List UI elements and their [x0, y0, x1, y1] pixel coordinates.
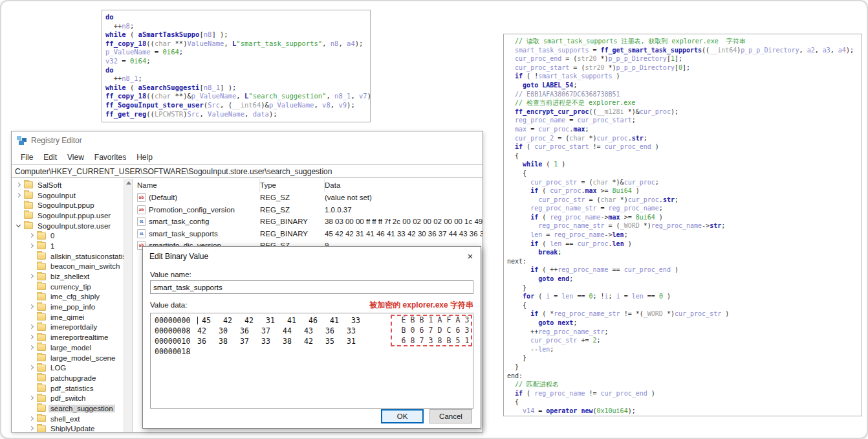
ascii-char[interactable]: 5 [453, 336, 462, 345]
hex-byte[interactable]: 42 [244, 316, 266, 325]
chevron-icon[interactable] [28, 374, 36, 382]
hex-byte[interactable]: 37 [261, 326, 283, 335]
hex-byte[interactable]: 31 [266, 316, 287, 325]
tree-item-pdf_statistics[interactable]: pdf_statistics [12, 383, 132, 394]
chevron-icon[interactable] [15, 222, 23, 230]
hex-byte[interactable]: 38 [283, 337, 304, 346]
ascii-char[interactable]: B [399, 326, 408, 335]
ascii-char[interactable]: 7 [426, 326, 435, 335]
chevron-icon[interactable] [28, 232, 36, 240]
chevron-icon[interactable] [28, 333, 36, 341]
hex-byte[interactable]: 30 [219, 326, 240, 335]
hex-byte[interactable]: 43 [304, 326, 325, 335]
menu-item-file[interactable]: File [16, 152, 38, 163]
hex-byte[interactable]: 33 [261, 337, 283, 346]
tree-item-imereportdaily[interactable]: imereportdaily [12, 322, 132, 333]
chevron-icon[interactable] [28, 242, 36, 250]
hex-byte[interactable]: 41 [287, 316, 309, 325]
chevron-icon[interactable] [15, 181, 23, 189]
ascii-char[interactable]: C [444, 326, 453, 335]
tree-item-1[interactable]: 1 [12, 241, 132, 251]
chevron-icon[interactable] [28, 415, 36, 423]
chevron-icon[interactable] [28, 262, 36, 270]
tree-item-currency_tip[interactable]: currency_tip [12, 282, 132, 292]
menu-item-edit[interactable]: Edit [38, 152, 62, 163]
chevron-icon[interactable] [15, 192, 23, 199]
ascii-char[interactable]: A [435, 315, 444, 324]
registry-value-row[interactable]: 01smart_task_configREG_BINARY38 03 00 00… [133, 216, 483, 228]
hex-byte[interactable]: 36 [325, 326, 347, 335]
hex-byte[interactable]: 36 [197, 337, 219, 346]
ascii-char[interactable]: D [435, 326, 444, 335]
chevron-icon[interactable] [28, 405, 36, 412]
chevron-icon[interactable] [28, 394, 36, 402]
tree-item-log[interactable]: LOG [12, 363, 132, 373]
tree-item-sogouinput.ppup[interactable]: SogouInput.ppup [12, 200, 132, 210]
hex-byte[interactable]: 36 [240, 326, 261, 335]
ascii-char[interactable]: 1 [462, 336, 472, 345]
hex-byte[interactable]: 42 [304, 337, 325, 346]
chevron-icon[interactable] [28, 313, 36, 321]
column-header-data[interactable]: Data [325, 181, 483, 189]
chevron-icon[interactable] [28, 385, 36, 392]
hex-byte[interactable]: 42 [197, 326, 219, 335]
chevron-icon[interactable] [28, 273, 36, 280]
column-header-name[interactable]: Name [133, 179, 260, 192]
menu-item-help[interactable]: Help [131, 152, 158, 163]
registry-value-row[interactable]: ab(Default)REG_SZ(value not set) [133, 192, 483, 204]
chevron-icon[interactable] [28, 354, 36, 362]
tree-scrollbar[interactable] [124, 179, 132, 432]
hex-editor[interactable]: 000000004542423141464133EBB1AFA300000008… [150, 313, 473, 409]
hex-byte[interactable]: 38 [219, 337, 240, 346]
hex-byte[interactable]: 31 [347, 337, 368, 346]
chevron-icon[interactable] [15, 201, 23, 209]
chevron-icon[interactable] [28, 283, 36, 291]
ascii-char[interactable]: 3 [426, 336, 435, 345]
ascii-char[interactable]: B [408, 315, 417, 324]
menu-item-favorites[interactable]: Favorites [89, 152, 131, 163]
tree-item-patchupgrade[interactable]: patchupgrade [12, 373, 132, 383]
ascii-char[interactable]: 0 [408, 326, 417, 335]
tree-item-large_model_scene[interactable]: large_model_scene [12, 353, 132, 363]
ascii-char[interactable]: 3 [462, 326, 472, 335]
hex-byte[interactable]: 33 [351, 316, 373, 325]
chevron-icon[interactable] [28, 323, 36, 331]
chevron-icon[interactable] [28, 253, 36, 260]
ascii-char[interactable]: B [417, 315, 426, 324]
hex-byte[interactable]: 33 [347, 326, 368, 335]
ok-button[interactable]: OK [381, 409, 424, 423]
close-icon[interactable]: × [460, 247, 481, 265]
registry-value-row[interactable]: abPromotion_config_versionREG_SZ1.0.0.37 [133, 204, 483, 216]
ascii-char[interactable]: 8 [408, 336, 417, 345]
column-header-type[interactable]: Type [260, 179, 325, 192]
ascii-char[interactable]: 7 [417, 336, 426, 345]
tree-item-biz_shellext[interactable]: biz_shellext [12, 271, 132, 282]
ascii-char[interactable]: 8 [435, 336, 444, 345]
cancel-button[interactable]: Cancel [429, 409, 472, 423]
hex-byte[interactable]: 41 [330, 316, 351, 325]
tree-item-beacon_main_switch[interactable]: beacon_main_switch [12, 262, 132, 272]
hex-byte[interactable]: 45 [202, 316, 223, 325]
tree-item-sogouinput.store.user[interactable]: SogouInput.store.user [12, 221, 132, 231]
registry-value-row[interactable]: 01smart_task_supportsREG_BINARY45 42 42 … [133, 228, 483, 240]
ascii-char[interactable]: 1 [426, 315, 435, 324]
ascii-char[interactable]: E [399, 315, 408, 324]
tree-item-large_model[interactable]: large_model [12, 343, 132, 353]
values-header-row[interactable]: Name Type Data [133, 179, 483, 192]
tree-item-0[interactable]: 0 [12, 231, 132, 241]
ascii-char[interactable]: A [453, 315, 462, 324]
hex-byte[interactable]: 46 [309, 316, 330, 325]
ascii-char[interactable]: F [444, 315, 453, 324]
ascii-char[interactable]: B [444, 336, 453, 345]
tree-item-salsoft[interactable]: SalSoft [12, 180, 132, 190]
chevron-icon[interactable] [15, 212, 23, 220]
tree-item-allskin_statusiconstatistics[interactable]: allskin_statusiconstatistics [12, 251, 132, 262]
ascii-char[interactable]: 3 [462, 315, 472, 324]
tree-item-search_suggestion[interactable]: search_suggestion [12, 403, 132, 414]
tree-item-shiplyupdate[interactable]: ShiplyUpdate [12, 424, 132, 433]
tree-item-imereportrealtime[interactable]: imereportrealtime [12, 332, 132, 343]
hex-byte[interactable]: 37 [240, 337, 261, 346]
hex-byte[interactable]: 35 [325, 337, 347, 346]
chevron-icon[interactable] [28, 303, 36, 311]
chevron-icon[interactable] [28, 364, 36, 372]
